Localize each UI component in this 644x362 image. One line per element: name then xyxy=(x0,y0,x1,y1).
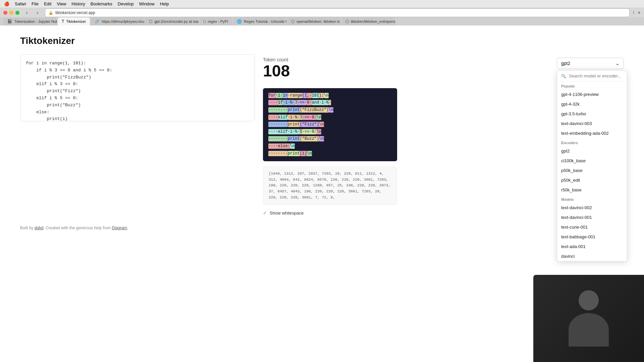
footer-diagram-link[interactable]: Diagram xyxy=(112,226,127,230)
menu-window[interactable]: Window xyxy=(139,1,154,6)
token-chunk: 3 xyxy=(300,115,302,120)
model-item-text-davinci-003[interactable]: text-davinci-003 xyxy=(557,119,627,128)
menu-safari[interactable]: Safari xyxy=(15,1,26,6)
tab-favicon-encoder: ⬡ xyxy=(149,19,152,24)
token-chunk: ···· xyxy=(268,115,278,120)
model-item-text-curie-001[interactable]: text-curie-001 xyxy=(557,222,627,232)
chevron-down-icon: ⌄ xyxy=(615,61,620,66)
close-button[interactable] xyxy=(3,11,7,15)
token-chunk: ("Fizz") xyxy=(300,122,319,127)
menu-view[interactable]: View xyxy=(57,1,66,6)
tab-favicon-tiktokenizer: T xyxy=(62,19,64,24)
model-item-gpt4-32k[interactable]: gpt-4-32k xyxy=(557,99,627,109)
token-count-number: 108 xyxy=(263,62,397,80)
apple-menu[interactable]: 🍎 xyxy=(4,1,9,6)
model-item-text-babbage-001[interactable]: text-babbage-001 xyxy=(557,232,627,242)
model-item-p50k-base[interactable]: p50k_base xyxy=(557,166,627,175)
tab-tiktoken-ext[interactable]: ⬡ tiktoken/tiktoken_ext/openai_p... xyxy=(341,17,395,25)
back-button[interactable]: ‹ xyxy=(22,8,32,17)
models-section-label: Models xyxy=(557,195,627,203)
browser-chrome: ‹ › 🔒 tiktokenizer.vercel.app ↑ + 📓 Toke… xyxy=(0,8,644,25)
menu-history[interactable]: History xyxy=(71,1,85,6)
token-chunk: \n xyxy=(307,151,312,156)
token-chunk: \n xyxy=(317,129,321,134)
menu-develop[interactable]: Develop xyxy=(118,1,134,6)
token-chunk: (i) xyxy=(300,151,307,156)
forward-button[interactable]: › xyxy=(33,8,42,17)
footer-dqbd-link[interactable]: dqbd xyxy=(35,226,44,230)
menu-bar: 🍎 Safari File Edit View History Bookmark… xyxy=(0,0,644,8)
model-item-text-embedding-ada-002[interactable]: text-embedding-ada-002 xyxy=(557,128,627,138)
new-tab-icon[interactable]: + xyxy=(638,10,641,16)
token-chunk: \n xyxy=(319,136,324,141)
tab-jupyter[interactable]: 📓 Tokenization - Jupyter Notebook xyxy=(3,17,57,25)
model-item-text-ada-001[interactable]: text-ada-001 xyxy=(557,242,627,251)
browser-actions: ↑ + xyxy=(632,10,641,16)
nav-buttons: ‹ › xyxy=(22,8,42,17)
tab-label-tiktoken-github: openai/tiktoken: tiktoken is a fa... xyxy=(297,19,341,23)
menu-file[interactable]: File xyxy=(32,1,39,6)
token-chunk: ········ xyxy=(268,151,288,156)
minimize-button[interactable] xyxy=(9,11,13,15)
model-item-text-davinci-002[interactable]: text-davinci-002 xyxy=(557,203,627,213)
tab-tiktoken-github[interactable]: ⬡ openai/tiktoken: tiktoken is a fa... xyxy=(287,17,341,25)
token-chunk: ···· xyxy=(268,100,278,105)
token-chunk: print xyxy=(288,136,300,141)
tab-regex-pypi[interactable]: □ regex - PyPI xyxy=(199,17,232,25)
token-chunk: ): xyxy=(319,93,324,98)
token-chunk: \n xyxy=(317,115,321,120)
token-chunk: ,· xyxy=(307,93,312,98)
traffic-lights xyxy=(3,11,19,15)
tabs-bar: 📓 Tokenization - Jupyter Notebook T Tikt… xyxy=(0,17,644,25)
tab-label-tiktoken-ext: tiktoken/tiktoken_ext/openai_p... xyxy=(351,19,395,23)
token-visualization: for·i·in·range(1,·101):\n ····if·i·%·3·=… xyxy=(263,88,397,161)
menu-help[interactable]: Help xyxy=(160,1,169,6)
model-item-davinci[interactable]: davinci xyxy=(557,251,627,261)
token-chunk: and·i·% xyxy=(312,100,329,105)
token-chunk: ········ xyxy=(268,136,288,141)
model-selector-button[interactable]: gpt2 ⌄ xyxy=(557,58,624,69)
tab-label-jupyter: Tokenization - Jupyter Notebook xyxy=(14,19,57,23)
tab-regex-tutorial[interactable]: 🌐 Regex Tutorial - Unicode Chara... xyxy=(233,17,286,25)
token-chunk: print xyxy=(288,107,300,113)
token-chunk: if xyxy=(278,100,283,105)
selected-model-label: gpt2 xyxy=(561,61,570,66)
token-chunk: (1 xyxy=(302,93,307,98)
token-chunk: \n xyxy=(329,107,333,113)
tab-cloudfront[interactable]: 🔗 https://d4mucfpksywv.cloudfro... xyxy=(91,17,144,25)
tab-encoder[interactable]: ⬡ gpt-2/src/encoder.py at master... xyxy=(145,17,199,25)
token-chunk: · xyxy=(329,100,331,105)
model-item-gpt2[interactable]: gpt2 xyxy=(557,146,627,156)
lock-icon: 🔒 xyxy=(49,11,53,15)
code-editor[interactable]: for i in range(1, 101): if i % 3 == 0 an… xyxy=(20,54,255,121)
token-chunk: ····else: xyxy=(268,143,290,149)
maximize-button[interactable] xyxy=(15,11,19,15)
tab-label-tiktokenizer: Tiktokenizer xyxy=(66,19,86,23)
show-whitespace-toggle[interactable]: ✓ Show whitespace xyxy=(263,210,397,216)
token-count-box: Token count 108 xyxy=(263,54,397,83)
model-item-text-davinci-001[interactable]: text-davinci-001 xyxy=(557,213,627,222)
menu-bookmarks[interactable]: Bookmarks xyxy=(91,1,112,6)
token-chunk: ········ xyxy=(268,122,288,127)
url-bar[interactable]: 🔒 tiktokenizer.vercel.app xyxy=(45,8,630,17)
token-chunk: ·==· xyxy=(297,100,307,105)
tab-tiktokenizer[interactable]: T Tiktokenizer xyxy=(58,17,90,25)
token-chunk: elif xyxy=(278,115,288,120)
token-ids: [1640, 1312, 287, 2837, 7203, 20, 220, 6… xyxy=(263,167,397,205)
model-dropdown-menu: 🔍 Popular gpt-4-1106-preview gpt-4-32k g… xyxy=(557,70,627,261)
model-item-r50k-base[interactable]: r50k_base xyxy=(557,185,627,195)
token-chunk: ····elif·i·%· xyxy=(268,129,300,134)
model-item-gpt35-turbo[interactable]: gpt-3.5-turbo xyxy=(557,109,627,119)
token-chunk: ·i·%· xyxy=(288,115,300,120)
token-chunk: in xyxy=(283,93,287,98)
model-item-p50k-edit[interactable]: p50k_edit xyxy=(557,175,627,185)
token-chunk: ·==·0: xyxy=(302,115,317,120)
token-chunk: 5 xyxy=(300,129,302,134)
model-item-cl100k-base[interactable]: cl100k_base xyxy=(557,156,627,166)
token-chunk: \n xyxy=(319,122,324,127)
model-search-input[interactable] xyxy=(569,73,625,78)
menu-edit[interactable]: Edit xyxy=(44,1,51,6)
model-item-gpt4-preview[interactable]: gpt-4-1106-preview xyxy=(557,89,627,99)
share-icon[interactable]: ↑ xyxy=(632,10,635,16)
tab-favicon-regex-tutorial: 🌐 xyxy=(237,19,242,24)
